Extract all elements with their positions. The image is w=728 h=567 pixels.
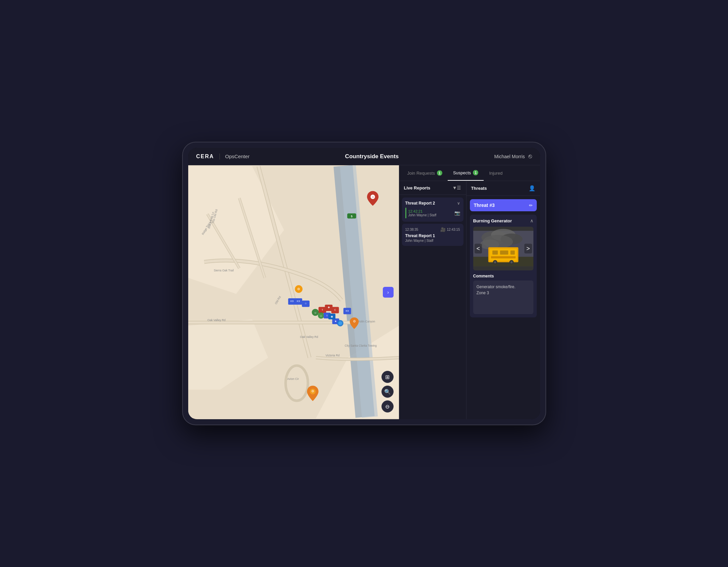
- topbar-right: Michael Morris ⎋: [494, 153, 532, 160]
- svg-text:◉: ◉: [331, 315, 333, 318]
- report-card-2[interactable]: 12:38:35 🎥 12:43:15 Threat Report 1 John…: [402, 224, 463, 246]
- tab-join-requests-label: Join Requests: [407, 171, 435, 176]
- tab-suspects-badge: 1: [473, 170, 478, 175]
- svg-text:⚙: ⚙: [297, 287, 300, 291]
- report-1-title: Threat Report 2: [405, 201, 435, 206]
- logo-divider: [219, 154, 220, 160]
- device-screen: CERA OpsCenter Countryside Events Michae…: [188, 148, 540, 419]
- live-reports-title: Live Reports: [404, 185, 431, 190]
- report-1-bar: [405, 208, 406, 218]
- threat-edit-icon[interactable]: ✏: [529, 203, 533, 208]
- svg-text:★: ★: [334, 320, 337, 323]
- svg-text:C: C: [334, 308, 336, 311]
- threat-active-button[interactable]: Threat #3 ✏: [470, 199, 537, 211]
- svg-text:✚: ✚: [327, 306, 330, 309]
- report-list: Threat Report 2 ∨ 12:42:21 John Wayne | …: [399, 195, 466, 419]
- svg-text:⚙: ⚙: [353, 319, 356, 323]
- threat-detail-name: Burning Generator: [473, 218, 512, 223]
- report-2-camera-icon: 🎥: [440, 227, 446, 232]
- map-svg: Ridge Top Ln Black Oak Ln The Old Rd Sie…: [188, 165, 399, 419]
- svg-rect-72: [510, 251, 515, 255]
- svg-text:☆: ☆: [305, 302, 307, 305]
- comments-label: Comments: [473, 274, 533, 278]
- threat-image: < >: [473, 227, 533, 270]
- svg-text:Violin Canyon: Violin Canyon: [357, 320, 375, 323]
- app-name: OpsCenter: [225, 154, 250, 159]
- device-frame: CERA OpsCenter Countryside Events Michae…: [182, 142, 546, 425]
- svg-text:Oak Valley Rd: Oak Valley Rd: [300, 335, 318, 339]
- svg-text:K9: K9: [290, 300, 293, 303]
- svg-text:☺: ☺: [320, 314, 322, 317]
- topbar-left: CERA OpsCenter: [196, 154, 250, 160]
- logo-cera: CERA: [196, 154, 214, 160]
- topbar: CERA OpsCenter Countryside Events Michae…: [188, 148, 540, 165]
- tab-suspects-label: Suspects: [453, 170, 471, 175]
- threats-body: Threat #3 ✏ Burning Generator ∧: [467, 196, 540, 419]
- svg-text:☺: ☺: [314, 311, 317, 314]
- logout-icon[interactable]: ⎋: [528, 153, 532, 160]
- live-reports-header: Live Reports ▼☰: [399, 181, 466, 195]
- filter-icon[interactable]: ▼☰: [452, 185, 461, 190]
- svg-point-59: [338, 321, 342, 325]
- svg-rect-71: [500, 251, 508, 255]
- threat-active-label: Threat #3: [474, 203, 495, 208]
- threats-header: Threats 👤: [467, 181, 540, 196]
- tab-injured-label: Injured: [489, 171, 502, 176]
- svg-text:⚕: ⚕: [326, 314, 328, 317]
- tab-join-requests[interactable]: Join Requests 1: [402, 165, 448, 181]
- page-title: Countryside Events: [345, 153, 399, 160]
- main-content: Ridge Top Ln Black Oak Ln The Old Rd Sie…: [188, 165, 540, 419]
- tab-suspects[interactable]: Suspects 1: [448, 165, 484, 181]
- add-person-icon[interactable]: 👤: [529, 185, 535, 191]
- svg-text:City Santa Clarita Towing: City Santa Clarita Towing: [345, 344, 377, 347]
- svg-text:⚕: ⚕: [322, 308, 323, 311]
- comment-line-1: Generator smoke/fire.: [477, 284, 530, 290]
- report-1-time: 12:42:21: [408, 209, 452, 213]
- right-panel: Join Requests 1 Suspects 1 Injured: [399, 165, 540, 419]
- svg-point-75: [494, 261, 496, 263]
- threat-detail-section: Burning Generator ∧: [470, 215, 537, 317]
- report-card-1[interactable]: Threat Report 2 ∨ 12:42:21 John Wayne | …: [402, 198, 463, 222]
- svg-rect-73: [491, 256, 515, 259]
- live-reports-panel: Live Reports ▼☰ Threat Report 2 ∨: [399, 181, 467, 419]
- report-2-title: Threat Report 1: [405, 233, 460, 238]
- report-1-camera-icon: 📷: [454, 210, 460, 216]
- expand-panel-button[interactable]: ›: [383, 287, 394, 298]
- map-area: Ridge Top Ln Black Oak Ln The Old Rd Sie…: [188, 165, 399, 419]
- svg-rect-70: [492, 251, 497, 255]
- username: Michael Morris: [494, 154, 525, 159]
- comments-section: Comments Generator smoke/fire. Zone 3: [473, 274, 533, 314]
- svg-text:Avion Cir: Avion Cir: [287, 377, 299, 381]
- zoom-in-button[interactable]: 🔍: [381, 386, 394, 398]
- report-1-chevron: ∨: [457, 201, 460, 206]
- report-2-time-right: 12:43:15: [447, 228, 460, 231]
- panel-body: Live Reports ▼☰ Threat Report 2 ∨: [399, 181, 540, 419]
- svg-text:Oak Valley Rd: Oak Valley Rd: [207, 318, 226, 322]
- svg-rect-69: [489, 249, 517, 261]
- threats-title: Threats: [471, 186, 487, 191]
- svg-text:K9: K9: [346, 309, 349, 312]
- layers-button[interactable]: ⊞: [381, 371, 394, 383]
- svg-text:⚙: ⚙: [311, 389, 314, 393]
- report-2-person: John Wayne | Staff: [405, 239, 460, 243]
- report-1-person: John Wayne | Staff: [408, 213, 452, 217]
- report-2-time-left: 12:38:35: [405, 228, 418, 231]
- tab-bar: Join Requests 1 Suspects 1 Injured: [399, 165, 540, 181]
- svg-point-77: [510, 261, 513, 263]
- image-prev-button[interactable]: <: [475, 244, 482, 254]
- map-controls: ⊞ 🔍 ⊖: [381, 371, 394, 412]
- svg-text:5: 5: [351, 215, 353, 218]
- svg-text:K9: K9: [297, 300, 300, 303]
- svg-text:⚠: ⚠: [371, 195, 374, 199]
- threat-collapse-icon[interactable]: ∧: [530, 218, 533, 223]
- tab-injured[interactable]: Injured: [484, 165, 508, 181]
- comment-line-2: Zone 3: [477, 290, 530, 296]
- zoom-out-button[interactable]: ⊖: [381, 400, 394, 412]
- image-next-button[interactable]: >: [524, 244, 532, 254]
- svg-text:Victoria Rd: Victoria Rd: [325, 354, 339, 357]
- svg-text:Sierra Oak Trail: Sierra Oak Trail: [214, 269, 234, 272]
- threats-panel: Threats 👤 Threat #3 ✏: [467, 181, 540, 419]
- comments-box: Generator smoke/fire. Zone 3: [473, 280, 533, 314]
- tab-join-requests-badge: 1: [437, 170, 442, 176]
